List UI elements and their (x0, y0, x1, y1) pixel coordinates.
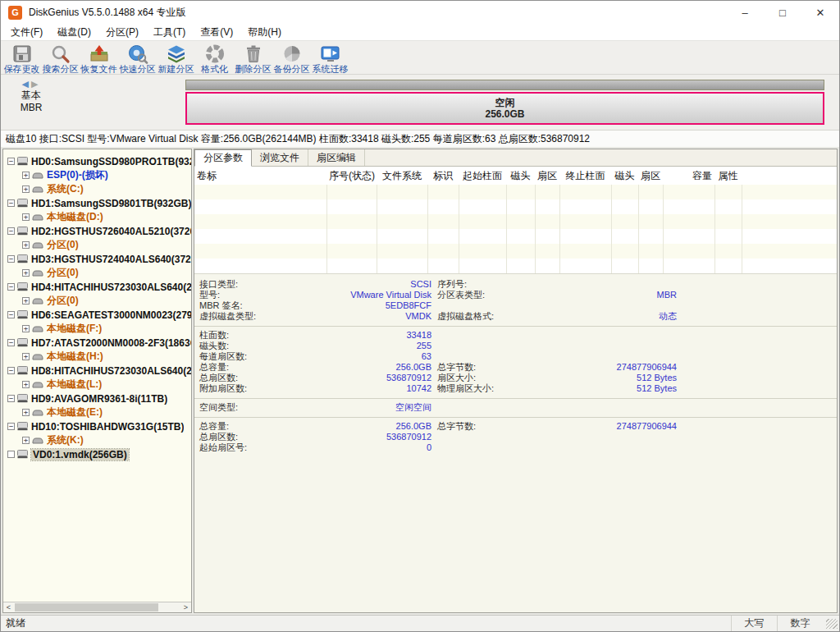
tab-0[interactable]: 分区参数 (194, 149, 252, 167)
disk-icon (17, 199, 28, 208)
backup-partition-button[interactable]: 备份分区 (272, 43, 311, 74)
expand-box-icon[interactable]: + (22, 213, 30, 221)
collapse-box-icon[interactable]: − (7, 199, 15, 207)
detail-row: 总扇区数:536870912 (199, 432, 832, 442)
column-header-11[interactable]: 属性 (714, 169, 742, 183)
tree-disk-item-10[interactable]: VD0:1.vmdk(256GB) (3, 447, 191, 461)
tree-partition-item-1-0[interactable]: +本地磁盘(D:) (3, 210, 191, 224)
column-grid-line (377, 185, 377, 273)
column-header-0[interactable]: 卷标 (194, 169, 326, 183)
delete-partition-button[interactable]: 删除分区 (234, 43, 272, 74)
scroll-right-arrow-icon[interactable]: > (180, 602, 191, 612)
detail-row: 每道扇区数:63 (199, 351, 832, 362)
expand-box-icon[interactable]: + (22, 381, 30, 388)
new-partition-button[interactable]: 新建分区 (157, 43, 195, 74)
expand-box-icon[interactable]: + (22, 409, 30, 416)
column-header-3[interactable]: 标识 (427, 169, 459, 183)
save-changes-button[interactable]: 保存更改 (2, 43, 41, 74)
whole-disk-strip[interactable] (185, 80, 824, 90)
collapse-box-icon[interactable]: − (7, 423, 15, 430)
search-partition-button[interactable]: 搜索分区 (41, 43, 80, 74)
maximize-button[interactable]: □ (764, 1, 801, 24)
collapse-box-icon[interactable]: − (7, 283, 15, 291)
collapse-box-icon[interactable] (7, 451, 15, 458)
column-header-7[interactable]: 终止柱面 (559, 169, 611, 183)
column-header-5[interactable]: 磁头 (506, 169, 535, 183)
scroll-left-arrow-icon[interactable]: < (3, 602, 14, 612)
menu-item-4[interactable]: 查看(V) (193, 24, 240, 41)
column-header-1[interactable]: 序号(状态) (326, 169, 377, 183)
resize-grip[interactable] (826, 619, 838, 629)
tree-horizontal-scrollbar[interactable]: < > (3, 602, 191, 612)
expand-box-icon[interactable]: + (22, 353, 30, 360)
tree-disk-item-8[interactable]: −HD9:AVAGOMR9361-8i(11TB) (3, 392, 191, 405)
tree-disk-item-2[interactable]: −HD2:HGSTHUS726040AL5210(3726GB) (3, 224, 191, 238)
system-migrate-button[interactable]: 系统迁移 (311, 43, 349, 74)
column-header-6[interactable]: 扇区 (535, 169, 559, 183)
tree-disk-item-9[interactable]: −HD10:TOSHIBAHDWG31G(15TB) (3, 419, 191, 433)
minimize-button[interactable]: – (726, 1, 764, 24)
expand-box-icon[interactable]: + (22, 172, 30, 179)
menu-item-2[interactable]: 分区(P) (98, 24, 146, 41)
column-header-10[interactable]: 容量 (663, 169, 714, 183)
tab-1[interactable]: 浏览文件 (252, 149, 308, 166)
collapse-box-icon[interactable]: − (7, 367, 15, 374)
menu-item-0[interactable]: 文件(F) (3, 24, 50, 41)
recover-files-button[interactable]: 恢复文件 (80, 43, 118, 74)
quick-partition-button[interactable]: 快速分区 (118, 43, 157, 74)
scrollbar-thumb[interactable] (15, 603, 158, 611)
collapse-box-icon[interactable]: − (7, 339, 15, 346)
collapse-box-icon[interactable]: − (7, 158, 15, 165)
close-button[interactable]: ✕ (801, 1, 839, 24)
expand-box-icon[interactable]: + (22, 325, 30, 332)
tree-partition-item-5-0[interactable]: +本地磁盘(F:) (3, 322, 191, 336)
status-ready-text: 就绪 (1, 616, 731, 630)
tree-partition-item-0-0[interactable]: +ESP(0)-(损坏) (3, 168, 191, 182)
partition-table-header: 卷标序号(状态)文件系统标识起始柱面磁头扇区终止柱面磁头扇区容量属性 (194, 167, 837, 185)
expand-box-icon[interactable]: + (22, 437, 30, 444)
empty-table-row (194, 214, 837, 229)
menu-item-3[interactable]: 工具(T) (146, 24, 193, 41)
empty-table-row (194, 185, 837, 199)
tree-partition-item-2-0[interactable]: +分区(0) (3, 238, 191, 252)
scrollbar-track[interactable] (14, 602, 180, 612)
disk-tree-panel: −HD0:SamsungSSD980PRO1TB(932GB)+ESP(0)-(… (2, 149, 192, 613)
tree-partition-item-4-0[interactable]: +分区(0) (3, 294, 191, 308)
tree-partition-item-0-1[interactable]: +系统(C:) (3, 182, 191, 196)
tree-partition-item-9-0[interactable]: +系统(K:) (3, 433, 191, 447)
tree-partition-item-7-0[interactable]: +本地磁盘(L:) (3, 378, 191, 392)
new-partition-icon (166, 44, 187, 64)
expand-box-icon[interactable]: + (22, 297, 30, 305)
expand-box-icon[interactable]: + (22, 269, 30, 277)
tree-partition-item-3-0[interactable]: +分区(0) (3, 266, 191, 280)
next-disk-arrow-icon[interactable]: ▶ (31, 79, 40, 89)
column-header-8[interactable]: 磁头 (611, 169, 638, 183)
collapse-box-icon[interactable]: − (7, 255, 15, 263)
detail-row: 型号:VMware Virtual Disk分区表类型:MBR (199, 290, 832, 300)
expand-box-icon[interactable]: + (22, 241, 30, 249)
prev-disk-arrow-icon[interactable]: ◀ (22, 79, 31, 89)
menu-item-1[interactable]: 磁盘(D) (50, 24, 98, 41)
menu-item-5[interactable]: 帮助(H) (240, 24, 289, 41)
free-space-block[interactable]: 空闲 256.0GB (185, 92, 824, 125)
tree-disk-item-7[interactable]: −HD8:HITACHIHUS723030ALS640(2794GB) (3, 364, 191, 378)
tree-disk-item-1[interactable]: −HD1:SamsungSSD9801TB(932GB) (3, 196, 191, 210)
collapse-box-icon[interactable]: − (7, 395, 15, 402)
collapse-box-icon[interactable]: − (7, 311, 15, 318)
disk-info-line: 磁盘10 接口:SCSI 型号:VMware Virtual Disk 容量:2… (1, 131, 839, 147)
tree-disk-item-4[interactable]: −HD4:HITACHIHUS723030ALS640(2794GB) (3, 280, 191, 294)
tree-disk-item-5[interactable]: −HD6:SEAGATEST3000NM0023(2795GB) (3, 308, 191, 322)
tree-disk-item-0[interactable]: −HD0:SamsungSSD980PRO1TB(932GB) (3, 154, 191, 168)
tree-disk-item-3[interactable]: −HD3:HGSTHUS724040ALS640(3726GB) (3, 252, 191, 266)
tree-partition-item-8-0[interactable]: +本地磁盘(E:) (3, 405, 191, 419)
format-button[interactable]: 格式化 (195, 43, 234, 74)
tree-disk-item-6[interactable]: −HD7:ATAST2000NM0008-2F3(1863GB) (3, 336, 191, 350)
disk-icon (17, 227, 28, 236)
tree-partition-item-6-0[interactable]: +本地磁盘(H:) (3, 350, 191, 364)
column-header-9[interactable]: 扇区 (638, 169, 663, 183)
column-header-4[interactable]: 起始柱面 (459, 169, 506, 183)
column-header-2[interactable]: 文件系统 (377, 169, 427, 183)
tab-2[interactable]: 扇区编辑 (308, 149, 365, 166)
expand-box-icon[interactable]: + (22, 185, 30, 193)
collapse-box-icon[interactable]: − (7, 227, 15, 235)
